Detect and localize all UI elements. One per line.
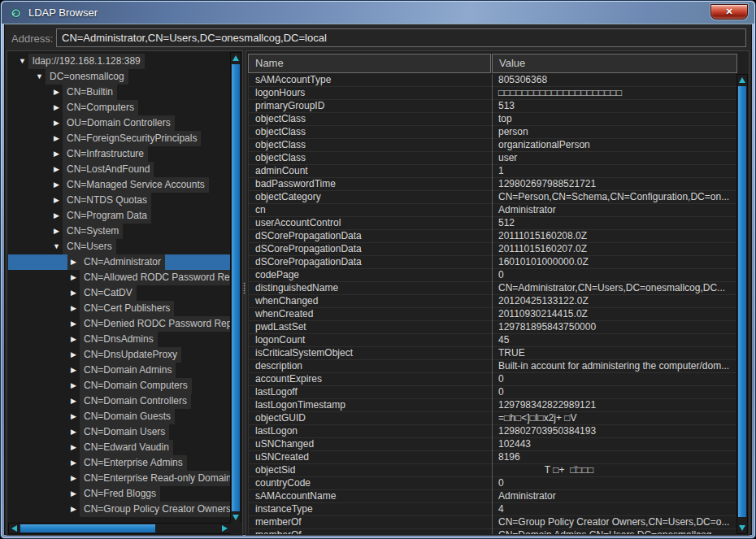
expand-node-icon[interactable]: ▶ [67,409,80,424]
collapse-node-icon[interactable]: ▼ [16,54,28,69]
scroll-up-icon[interactable] [739,77,745,83]
attribute-row[interactable]: badPasswordTime129802697988521721 [249,178,737,191]
attribute-row[interactable]: pwdLastSet129781895843750000 [249,321,737,334]
expand-node-icon[interactable]: ▶ [67,502,80,517]
expand-node-icon[interactable]: ▶ [50,162,63,177]
attribute-row[interactable]: descriptionBuilt-in account for administ… [249,360,737,373]
expand-node-icon[interactable]: ▶ [67,285,80,301]
tree-vscroll-thumb[interactable] [232,64,240,511]
attribute-row[interactable]: primaryGroupID513 [249,100,737,113]
attribute-row[interactable]: cnAdministrator [249,204,737,217]
expand-node-icon[interactable]: ▶ [67,471,80,486]
attribute-row[interactable]: logonHours□□□□□□□□□□□□□□□□□□□□□ [249,87,737,100]
expand-node-icon[interactable]: ▶ [67,455,80,471]
scroll-up-icon[interactable] [232,55,239,61]
expand-node-icon[interactable]: ▶ [50,100,63,115]
tree-item[interactable]: ▶CN=Denied RODC Password Rep [8,316,232,332]
attribute-row[interactable]: objectClasstop [249,113,737,126]
collapse-node-icon[interactable]: ▼ [50,239,63,254]
expand-node-icon[interactable]: ▶ [67,316,80,332]
tree-item[interactable]: ▶CN=Allowed RODC Password Rep [8,270,232,285]
expand-node-icon[interactable]: ▶ [50,224,63,239]
tree-item[interactable]: ▼DC=onesmallcog [8,69,232,85]
title-bar[interactable]: LDAP Browser ✕ [2,2,754,24]
tree-item[interactable]: ▶CN=LostAndFound [8,162,232,177]
tree-item[interactable]: ▶CN=Administrator [8,254,232,270]
attribute-row[interactable]: sAMAccountNameAdministrator [249,490,737,503]
expand-node-icon[interactable]: ▶ [50,115,63,131]
tree-vertical-scrollbar[interactable] [230,52,241,524]
scroll-down-icon[interactable] [739,525,745,531]
tree-item[interactable]: ▶CN=Fred Bloggs [8,486,232,502]
expand-node-icon[interactable]: ▶ [67,301,80,316]
tree-item[interactable]: ▶CN=Enterprise Read-only Domain [8,471,232,486]
column-header-value[interactable]: Value [492,54,737,73]
attribute-row[interactable]: sAMAccountType805306368 [249,74,737,87]
attribute-row[interactable]: countryCode0 [249,477,737,490]
tree-item[interactable]: ▶CN=Enterprise Admins [8,455,232,471]
expand-node-icon[interactable]: ▶ [67,270,80,285]
attribute-row[interactable]: isCriticalSystemObjectTRUE [249,347,737,360]
expand-node-icon[interactable]: ▶ [67,254,80,270]
attribute-row[interactable]: objectClassuser [249,152,737,165]
tree-item[interactable]: ▶CN=Edward Vaudin [8,440,232,455]
close-button[interactable]: ✕ [710,4,748,20]
expand-node-icon[interactable]: ▶ [67,440,80,455]
tree-item[interactable]: ▶CN=Infrastructure [8,146,232,162]
tree-item[interactable]: ▶CN=Domain Computers [8,378,232,393]
attribute-row[interactable]: distinguishedNameCN=Administrator,CN=Use… [249,282,737,295]
table-vertical-scrollbar[interactable] [736,74,748,534]
tree-item[interactable]: ▼ldap://192.168.1.128:389 [8,54,232,69]
expand-node-icon[interactable]: ▶ [67,332,80,347]
tree-hscroll-thumb[interactable] [20,524,155,532]
tree-item[interactable]: ▶CN=System [8,224,232,239]
tree-item[interactable]: ▶CN=CatDV [8,285,232,301]
attribute-row[interactable]: objectGUID=□h□<]□l□x2j+ □V [249,412,737,425]
attribute-row[interactable]: memberOfCN=Domain Admins,CN=Users,DC=one… [249,529,737,534]
scroll-right-icon[interactable] [222,525,228,532]
attribute-row[interactable]: uSNChanged102443 [249,438,737,451]
attribute-row[interactable]: dSCorePropagationData20111015160208.0Z [249,230,737,243]
expand-node-icon[interactable]: ▶ [50,131,63,146]
expand-node-icon[interactable]: ▶ [67,378,80,393]
tree-item[interactable]: ▶OU=Domain Controllers [8,115,232,131]
tree-item[interactable]: ▶CN=Domain Users [8,424,232,440]
attribute-row[interactable]: userAccountControl512 [249,217,737,230]
attribute-row[interactable]: objectSid T □+ □̈□□□ [249,464,737,477]
attribute-row[interactable]: dSCorePropagationData16010101000000.0Z [249,256,737,269]
attribute-row[interactable]: accountExpires0 [249,373,737,386]
expand-node-icon[interactable]: ▶ [50,193,63,208]
attribute-row[interactable]: lastLogoff0 [249,386,737,399]
tree-item[interactable]: ▶CN=Domain Guests [8,409,232,424]
attribute-row[interactable]: uSNCreated8196 [249,451,737,464]
attribute-row[interactable]: lastLogonTimestamp129798342822989121 [249,399,737,412]
attribute-row[interactable]: dSCorePropagationData20111015160207.0Z [249,243,737,256]
scroll-left-icon[interactable] [11,525,17,532]
table-vscroll-thumb[interactable] [738,86,746,517]
attribute-row[interactable]: whenChanged20120425133122.0Z [249,295,737,308]
attribute-row[interactable]: logonCount45 [249,334,737,347]
expand-node-icon[interactable]: ▶ [50,177,63,193]
tree-item[interactable]: ▶CN=ForeignSecurityPrincipals [8,131,232,146]
expand-node-icon[interactable]: ▶ [67,363,80,378]
attribute-row[interactable]: lastLogon129802703950384193 [249,425,737,438]
attribute-row[interactable]: objectClassperson [249,126,737,139]
tree-item[interactable]: ▶CN=Group Policy Creator Owners [8,502,232,517]
attribute-row[interactable]: instanceType4 [249,503,737,516]
address-input[interactable] [56,28,746,47]
attribute-row[interactable]: objectClassorganizationalPerson [249,139,737,152]
expand-node-icon[interactable]: ▶ [50,146,63,162]
expand-node-icon[interactable]: ▶ [50,208,63,224]
tree-item[interactable]: ▶CN=Cert Publishers [8,301,232,316]
column-header-name[interactable]: Name [248,54,491,73]
expand-node-icon[interactable]: ▶ [67,486,80,502]
tree-horizontal-scrollbar[interactable] [8,523,231,534]
expand-node-icon[interactable]: ▶ [67,347,80,363]
tree-item[interactable]: ▶CN=NTDS Quotas [8,193,232,208]
scroll-down-icon[interactable] [232,515,239,520]
attribute-row[interactable]: whenCreated20110930214415.0Z [249,308,737,321]
attribute-row[interactable]: codePage0 [249,269,737,282]
attribute-row[interactable]: adminCount1 [249,165,737,178]
expand-node-icon[interactable]: ▶ [67,424,80,440]
expand-node-icon[interactable]: ▶ [50,85,63,100]
